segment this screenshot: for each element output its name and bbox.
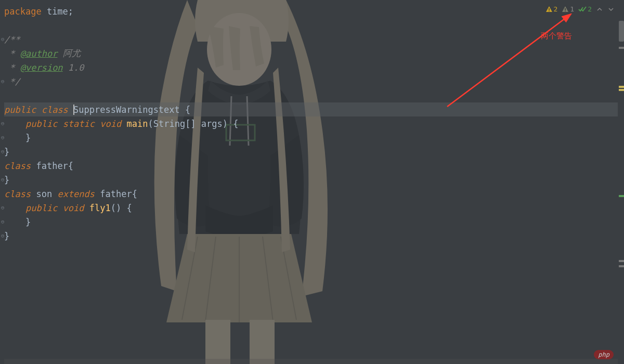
code-line[interactable]: ⊖} (4, 145, 624, 159)
vertical-scrollbar[interactable] (619, 0, 624, 364)
code-line[interactable]: class father{ (4, 159, 624, 173)
code-line[interactable]: package time; (4, 4, 624, 18)
fold-icon[interactable]: ⊖ (1, 148, 8, 155)
warning-indicator[interactable]: 2 (545, 5, 558, 13)
svg-rect-9 (205, 320, 230, 364)
warning-count: 2 (554, 5, 558, 13)
svg-line-4 (182, 237, 198, 320)
fold-icon[interactable]: ⊖ (1, 176, 8, 183)
code-line[interactable] (4, 88, 624, 102)
svg-rect-13 (565, 8, 566, 10)
watermark: php (594, 348, 614, 359)
chevron-down-icon (608, 7, 614, 12)
ok-indicator[interactable]: 2 (578, 5, 592, 13)
code-line[interactable]: ⊖ } (4, 131, 624, 145)
code-line[interactable]: class son extends father{ (4, 187, 624, 201)
code-line[interactable]: public class SuppressWarningstext { (4, 102, 624, 116)
svg-line-5 (205, 237, 216, 321)
svg-rect-11 (549, 8, 549, 10)
watermark-text: php (594, 350, 614, 359)
code-line[interactable]: * @version 1.0 (4, 60, 624, 74)
fold-icon[interactable]: ⊖ (1, 134, 8, 141)
code-line[interactable] (4, 18, 624, 32)
svg-rect-14 (565, 10, 566, 11)
weak-warning-count: 1 (570, 5, 574, 13)
ok-count: 2 (588, 5, 592, 13)
weak-warning-indicator[interactable]: 1 (562, 5, 574, 13)
code-line[interactable]: ⊖ public static void main(String[] args)… (4, 116, 624, 131)
svg-line-8 (281, 237, 296, 320)
horizontal-scrollbar[interactable] (4, 359, 618, 364)
fold-icon[interactable]: ⊖ (1, 78, 8, 85)
code-line[interactable]: * @author 阿尤 (4, 46, 624, 60)
fold-icon[interactable]: ⊖ (1, 36, 8, 43)
svg-rect-12 (549, 10, 549, 11)
prev-highlight-button[interactable] (596, 6, 603, 13)
code-line[interactable]: ⊖ public void fly1() { (4, 201, 624, 215)
chevron-up-icon (597, 7, 602, 12)
code-line[interactable]: ⊖ */ (4, 74, 624, 88)
fold-icon[interactable]: ⊖ (1, 232, 8, 239)
double-check-icon (578, 6, 587, 13)
next-highlight-button[interactable] (607, 6, 615, 13)
warning-icon (545, 6, 553, 13)
inspections-bar: 2 1 2 (545, 5, 615, 13)
weak-warning-icon (562, 6, 569, 13)
code-line[interactable]: ⊖} (4, 173, 624, 187)
fold-icon[interactable]: ⊖ (1, 218, 8, 225)
editor[interactable]: package time; ⊖/** * @author 阿尤 * @versi… (4, 0, 624, 243)
code-line[interactable]: ⊖ } (4, 215, 624, 229)
svg-line-7 (263, 237, 273, 321)
svg-rect-10 (250, 320, 275, 364)
annotation-text: 两个警告 (541, 31, 572, 41)
code-line[interactable]: ⊖} (4, 229, 624, 243)
scroll-thumb[interactable] (619, 21, 624, 42)
fold-icon[interactable]: ⊖ (1, 120, 8, 127)
fold-icon[interactable]: ⊖ (1, 204, 8, 211)
code-line[interactable]: ⊖/** (4, 32, 624, 46)
